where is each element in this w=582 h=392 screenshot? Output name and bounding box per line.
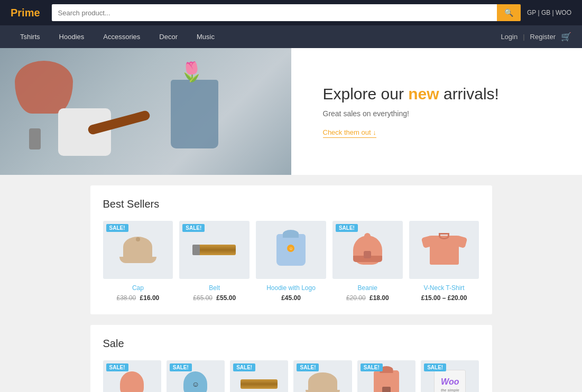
hero-content: Explore our new arrivals! Great sales on… [291,48,583,175]
sale-badge-s1: SALE! [106,363,128,371]
sale-card-hoodie[interactable]: SALE! [357,360,415,392]
product-image-beanie: SALE! [332,221,403,279]
sale-cap-illustration [308,372,337,393]
cap-button [136,237,140,241]
sale-hoodie-illustration [374,370,399,392]
old-price-cap: £38.00 [117,294,136,302]
beanie-pom [364,233,371,239]
hero-items: 🌷 [0,48,291,175]
sale-beanie-orange-illustration [120,371,144,392]
product-card-cap[interactable]: SALE! Cap £38.00 £16.00 [103,221,173,302]
product-name-cap: Cap [103,284,173,292]
register-link[interactable]: Register [530,33,556,41]
hero-cta[interactable]: Check them out ↓ [323,128,376,138]
cap-brim [119,257,156,263]
sale-card-belt[interactable]: SALE! [230,360,288,392]
nav-bar: Tshirts Hoodies Accessories Decor Music … [0,25,582,48]
product-price-cap: £38.00 £16.00 [103,294,173,302]
sale-badge-s2: SALE! [170,363,192,371]
product-card-hoodie[interactable]: ☺ Hoodie with Logo £45.00 [256,221,326,302]
hero-headline: Explore our new arrivals! [323,85,551,103]
sale-image-hoodie: SALE! [357,360,415,392]
sale-badge-s6: SALE! [424,363,446,371]
cap-illustration [122,237,154,263]
new-price-tshirt: £15.00 – £20.00 [421,294,467,302]
new-price-beanie: £18.00 [369,294,389,302]
sale-badge-belt: SALE! [182,224,205,232]
new-price-cap: £16.00 [140,294,160,302]
product-price-tshirt: £15.00 – £20.00 [409,294,479,302]
product-image-tshirt [409,221,479,279]
best-sellers-grid: SALE! Cap £38.00 £16.00 SALE! [103,221,479,302]
sale-card-woo[interactable]: SALE! Woo the simple [421,360,479,392]
main-content: Best Sellers SALE! Cap £38.00 £16.00 [90,175,492,392]
cart-icon[interactable]: 🛒 [561,32,571,42]
hero-headline-prefix: Explore our [323,85,409,102]
product-name-belt: Belt [179,284,250,292]
sale-section: Sale SALE! SALE! ☺ SALE! [90,325,492,392]
hero-image: 🌷 [0,48,291,175]
hoodie-illustration: ☺ [276,234,306,266]
pipe-divider: | [523,33,524,41]
locale-info: GP | GB | WOO [527,9,571,16]
sale-image-belt: SALE! [230,360,288,392]
hero-section: 🌷 Explore our new arrivals! Great sales … [0,48,582,175]
sale-beanie-blue-illustration: ☺ [183,371,207,392]
nav-accessories[interactable]: Accessories [94,25,150,48]
old-price-belt: £65.00 [193,294,213,302]
nav-hoodies[interactable]: Hoodies [50,25,94,48]
sale-belt-illustration [241,379,278,389]
sale-grid: SALE! SALE! ☺ SALE! [103,360,479,392]
sale-badge-cap: SALE! [106,224,128,232]
product-price-belt: £65.00 £55.00 [179,294,250,302]
top-bar: Prime 🔍 GP | GB | WOO [0,0,582,25]
hoodie-hood [283,230,299,238]
hero-knit-item [15,61,73,114]
nav-decor[interactable]: Decor [150,25,187,48]
beanie-illustration [353,236,382,265]
hero-watch-item [29,128,41,150]
sale-card-cap[interactable]: SALE! [293,360,352,392]
woo-subtitle: the simple [441,388,459,392]
hero-headline-suffix: arrivals! [439,85,499,102]
tshirt-sleeve-right [455,236,467,248]
new-price-belt: £55.00 [216,294,236,302]
product-name-beanie: Beanie [332,284,403,292]
sale-badge-s4: SALE! [297,363,319,371]
search-bar: 🔍 [52,4,521,21]
sale-badge-beanie: SALE! [336,224,358,232]
search-button[interactable]: 🔍 [497,4,521,21]
sale-badge-s3: SALE! [233,363,255,371]
product-card-beanie[interactable]: SALE! Beanie £20.00 £18.00 [332,221,403,302]
login-link[interactable]: Login [501,33,518,41]
nav-tshirts[interactable]: Tshirts [11,25,50,48]
product-card-tshirt[interactable]: V-Neck T-Shirt £15.00 – £20.00 [409,221,479,302]
search-input[interactable] [52,4,497,21]
product-image-belt: SALE! [179,221,250,279]
sale-card-beanie-orange[interactable]: SALE! [103,360,161,392]
hero-white-top-item [58,108,111,156]
logo[interactable]: Prime [11,7,40,19]
nav-links: Tshirts Hoodies Accessories Decor Music [11,25,224,48]
sale-image-beanie-blue: SALE! ☺ [167,360,225,392]
sale-image-beanie-orange: SALE! [103,360,161,392]
woo-illustration: Woo the simple [434,370,466,393]
nav-music[interactable]: Music [187,25,224,48]
product-image-cap: SALE! [103,221,173,279]
old-price-beanie: £20.00 [346,294,366,302]
product-price-beanie: £20.00 £18.00 [332,294,403,302]
hero-flower-item: 🌷 [180,61,204,83]
sale-card-beanie-blue[interactable]: SALE! ☺ [167,360,225,392]
tshirt-neck [439,233,449,239]
woo-text: Woo [441,377,459,386]
sale-badge-s5: SALE! [361,363,383,371]
hoodie-logo: ☺ [287,245,294,252]
hero-headline-highlight: new [408,85,439,102]
belt-illustration [193,245,236,255]
product-price-hoodie: £45.00 [256,294,326,302]
product-card-belt[interactable]: SALE! Belt £65.00 £55.00 [179,221,250,302]
hero-jeans-item [171,80,218,148]
best-sellers-title: Best Sellers [103,198,479,210]
new-price-hoodie: £45.00 [281,294,301,302]
sale-image-cap: SALE! [293,360,352,392]
